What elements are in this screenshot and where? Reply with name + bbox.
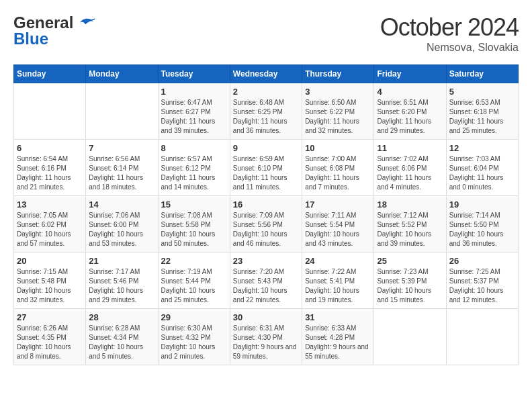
day-number: 22 [161, 256, 227, 266]
logo-blue: Blue [13, 30, 48, 48]
calendar-cell: 12 Sunrise: 7:03 AMSunset: 6:04 PMDaylig… [446, 140, 518, 196]
calendar-cell: 6 Sunrise: 6:54 AMSunset: 6:16 PMDayligh… [14, 140, 86, 196]
calendar-cell: 24 Sunrise: 7:22 AMSunset: 5:41 PMDaylig… [302, 253, 374, 309]
day-number: 19 [449, 199, 515, 210]
header-monday: Monday [86, 65, 158, 83]
day-info: Sunrise: 6:33 AMSunset: 4:28 PMDaylight:… [305, 324, 371, 361]
calendar-cell: 15 Sunrise: 7:08 AMSunset: 5:58 PMDaylig… [158, 196, 230, 253]
calendar-cell: 25 Sunrise: 7:23 AMSunset: 5:39 PMDaylig… [374, 253, 446, 309]
calendar-cell: 14 Sunrise: 7:06 AMSunset: 6:00 PMDaylig… [86, 196, 158, 253]
calendar-cell: 8 Sunrise: 6:57 AMSunset: 6:12 PMDayligh… [158, 140, 230, 196]
day-info: Sunrise: 7:23 AMSunset: 5:39 PMDaylight:… [377, 267, 443, 305]
day-number: 27 [17, 312, 83, 322]
calendar-header-row: SundayMondayTuesdayWednesdayThursdayFrid… [14, 65, 519, 83]
calendar-body: 1 Sunrise: 6:47 AMSunset: 6:27 PMDayligh… [14, 83, 519, 365]
day-info: Sunrise: 7:19 AMSunset: 5:44 PMDaylight:… [161, 267, 227, 305]
day-number: 2 [233, 87, 299, 97]
header-friday: Friday [374, 65, 446, 83]
calendar-cell: 20 Sunrise: 7:15 AMSunset: 5:48 PMDaylig… [14, 253, 86, 309]
calendar-cell: 30 Sunrise: 6:31 AMSunset: 4:30 PMDaylig… [230, 309, 302, 365]
calendar-cell [14, 83, 86, 140]
day-info: Sunrise: 7:02 AMSunset: 6:06 PMDaylight:… [377, 154, 443, 192]
day-info: Sunrise: 7:09 AMSunset: 5:56 PMDaylight:… [233, 211, 299, 248]
calendar-cell: 27 Sunrise: 6:26 AMSunset: 4:35 PMDaylig… [14, 309, 86, 365]
calendar-cell: 5 Sunrise: 6:53 AMSunset: 6:18 PMDayligh… [446, 83, 518, 140]
day-number: 14 [89, 199, 154, 210]
day-number: 24 [305, 256, 371, 266]
calendar-cell: 17 Sunrise: 7:11 AMSunset: 5:54 PMDaylig… [302, 196, 374, 253]
calendar-table: SundayMondayTuesdayWednesdayThursdayFrid… [13, 64, 519, 365]
day-info: Sunrise: 6:47 AMSunset: 6:27 PMDaylight:… [161, 98, 227, 136]
day-number: 26 [449, 256, 515, 266]
calendar-cell: 2 Sunrise: 6:48 AMSunset: 6:25 PMDayligh… [230, 83, 302, 140]
day-number: 15 [161, 199, 227, 210]
calendar-cell: 1 Sunrise: 6:47 AMSunset: 6:27 PMDayligh… [158, 83, 230, 140]
calendar-cell: 26 Sunrise: 7:25 AMSunset: 5:37 PMDaylig… [446, 253, 518, 309]
calendar-cell: 31 Sunrise: 6:33 AMSunset: 4:28 PMDaylig… [302, 309, 374, 365]
day-number: 21 [89, 256, 154, 266]
day-number: 5 [449, 87, 515, 97]
day-info: Sunrise: 7:08 AMSunset: 5:58 PMDaylight:… [161, 211, 227, 248]
day-number: 18 [377, 199, 443, 210]
day-info: Sunrise: 6:28 AMSunset: 4:34 PMDaylight:… [89, 324, 154, 361]
calendar-cell: 19 Sunrise: 7:14 AMSunset: 5:50 PMDaylig… [446, 196, 518, 253]
day-info: Sunrise: 6:53 AMSunset: 6:18 PMDaylight:… [449, 98, 515, 136]
day-info: Sunrise: 7:25 AMSunset: 5:37 PMDaylight:… [449, 267, 515, 305]
day-number: 9 [233, 143, 299, 153]
day-info: Sunrise: 6:59 AMSunset: 6:10 PMDaylight:… [233, 154, 299, 192]
week-row-4: 20 Sunrise: 7:15 AMSunset: 5:48 PMDaylig… [14, 253, 519, 309]
day-number: 3 [305, 87, 371, 97]
day-info: Sunrise: 7:11 AMSunset: 5:54 PMDaylight:… [305, 211, 371, 248]
calendar-cell: 21 Sunrise: 7:17 AMSunset: 5:46 PMDaylig… [86, 253, 158, 309]
calendar-cell: 7 Sunrise: 6:56 AMSunset: 6:14 PMDayligh… [86, 140, 158, 196]
day-info: Sunrise: 6:26 AMSunset: 4:35 PMDaylight:… [17, 324, 83, 361]
calendar-cell: 29 Sunrise: 6:30 AMSunset: 4:32 PMDaylig… [158, 309, 230, 365]
day-info: Sunrise: 7:12 AMSunset: 5:52 PMDaylight:… [377, 211, 443, 248]
calendar-cell: 9 Sunrise: 6:59 AMSunset: 6:10 PMDayligh… [230, 140, 302, 196]
day-info: Sunrise: 6:50 AMSunset: 6:22 PMDaylight:… [305, 98, 371, 136]
calendar-cell: 4 Sunrise: 6:51 AMSunset: 6:20 PMDayligh… [374, 83, 446, 140]
header-wednesday: Wednesday [230, 65, 302, 83]
calendar-cell: 13 Sunrise: 7:05 AMSunset: 6:02 PMDaylig… [14, 196, 86, 253]
calendar-cell: 3 Sunrise: 6:50 AMSunset: 6:22 PMDayligh… [302, 83, 374, 140]
day-number: 16 [233, 199, 299, 210]
day-number: 10 [305, 143, 371, 153]
day-info: Sunrise: 7:00 AMSunset: 6:08 PMDaylight:… [305, 154, 371, 192]
day-number: 20 [17, 256, 83, 266]
day-number: 13 [17, 199, 83, 210]
day-number: 4 [377, 87, 443, 97]
calendar-cell: 28 Sunrise: 6:28 AMSunset: 4:34 PMDaylig… [86, 309, 158, 365]
location: Nemsova, Slovakia [380, 42, 519, 54]
day-info: Sunrise: 6:31 AMSunset: 4:30 PMDaylight:… [233, 324, 299, 361]
day-info: Sunrise: 6:48 AMSunset: 6:25 PMDaylight:… [233, 98, 299, 136]
calendar-cell [374, 309, 446, 365]
calendar-cell: 11 Sunrise: 7:02 AMSunset: 6:06 PMDaylig… [374, 140, 446, 196]
logo-bird-icon [75, 16, 96, 30]
calendar-cell: 10 Sunrise: 7:00 AMSunset: 6:08 PMDaylig… [302, 140, 374, 196]
day-info: Sunrise: 7:05 AMSunset: 6:02 PMDaylight:… [17, 211, 83, 248]
day-number: 17 [305, 199, 371, 210]
day-number: 29 [161, 312, 227, 322]
day-info: Sunrise: 7:20 AMSunset: 5:43 PMDaylight:… [233, 267, 299, 305]
day-info: Sunrise: 6:57 AMSunset: 6:12 PMDaylight:… [161, 154, 227, 192]
day-info: Sunrise: 7:22 AMSunset: 5:41 PMDaylight:… [305, 267, 371, 305]
day-info: Sunrise: 7:14 AMSunset: 5:50 PMDaylight:… [449, 211, 515, 248]
day-number: 23 [233, 256, 299, 266]
day-number: 12 [449, 143, 515, 153]
day-number: 11 [377, 143, 443, 153]
month-title: October 2024 [380, 13, 519, 42]
calendar-cell: 23 Sunrise: 7:20 AMSunset: 5:43 PMDaylig… [230, 253, 302, 309]
day-info: Sunrise: 7:17 AMSunset: 5:46 PMDaylight:… [89, 267, 154, 305]
day-number: 25 [377, 256, 443, 266]
header-sunday: Sunday [14, 65, 86, 83]
day-info: Sunrise: 7:15 AMSunset: 5:48 PMDaylight:… [17, 267, 83, 305]
calendar-cell [446, 309, 518, 365]
logo: General Blue [13, 13, 96, 48]
day-info: Sunrise: 6:30 AMSunset: 4:32 PMDaylight:… [161, 324, 227, 361]
calendar-cell: 16 Sunrise: 7:09 AMSunset: 5:56 PMDaylig… [230, 196, 302, 253]
day-number: 30 [233, 312, 299, 322]
calendar-cell: 18 Sunrise: 7:12 AMSunset: 5:52 PMDaylig… [374, 196, 446, 253]
day-info: Sunrise: 7:06 AMSunset: 6:00 PMDaylight:… [89, 211, 154, 248]
header-saturday: Saturday [446, 65, 518, 83]
week-row-2: 6 Sunrise: 6:54 AMSunset: 6:16 PMDayligh… [14, 140, 519, 196]
